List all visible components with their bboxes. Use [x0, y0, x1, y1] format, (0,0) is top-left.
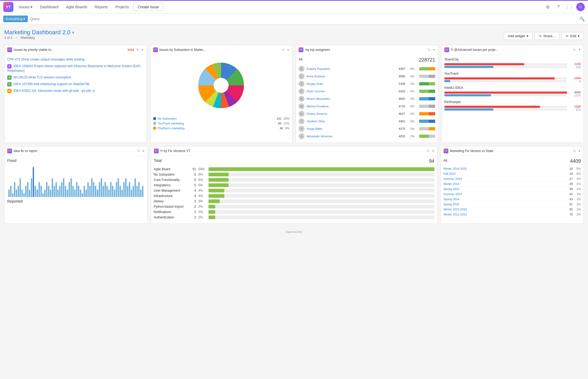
- widget-expand-button[interactable]: ▾: [287, 47, 289, 52]
- assignee-name[interactable]: Peter Gromov: [307, 90, 397, 93]
- list-item: TeamCity 1132 630: [444, 57, 581, 69]
- widget-refresh-button[interactable]: ↻: [573, 47, 576, 52]
- widget-header: YT Marketing Fix Version vs State ↻ ▾: [441, 146, 584, 156]
- assignee-name[interactable]: Marina Kovaleva: [307, 105, 397, 108]
- assignee-name[interactable]: Dmitry Jemerov: [307, 112, 397, 115]
- project-name: YouTrack: [444, 71, 581, 75]
- issue-link[interactable]: IDEA-156993 Project Name replaced with D…: [7, 64, 141, 73]
- notifications-icon[interactable]: ?: [555, 3, 562, 11]
- widget-header: YT my top assignees ↻ ▾: [296, 45, 438, 55]
- widget-expand-button[interactable]: ▾: [432, 149, 434, 153]
- version-name[interactable]: Summer 2014: [444, 192, 565, 196]
- nav-reports[interactable]: Reports: [91, 3, 111, 11]
- edit-button[interactable]: ✏ Edit ▾: [562, 32, 584, 40]
- nav-dashboard[interactable]: Dashboard: [37, 3, 62, 11]
- title-dropdown-icon[interactable]: ▾: [72, 30, 74, 35]
- version-percent: 1%: [573, 187, 581, 191]
- chart-bar: [127, 186, 128, 197]
- nav-issues[interactable]: Issues ▾: [16, 3, 36, 11]
- assignee-count: 4715: [399, 105, 408, 108]
- fix-version-count: 4: [191, 194, 196, 198]
- issue-link[interactable]: CPP-475 Show cmake output messages while…: [7, 58, 84, 61]
- version-name[interactable]: Winter 2014-2015: [444, 167, 565, 170]
- apps-icon[interactable]: ⋮⋮: [565, 3, 573, 11]
- version-name[interactable]: Winter 2014: [444, 182, 565, 185]
- issue-link[interactable]: WI-29129 Allow TLS session resumption: [13, 75, 71, 79]
- list-item: ReSharper 1325 676: [444, 100, 581, 111]
- assignee-name[interactable]: Serge Baltic: [307, 127, 397, 130]
- assignee-name[interactable]: Evgeny Pasynkov: [307, 67, 397, 70]
- widget-expand-button[interactable]: ▾: [142, 149, 145, 153]
- assignee-name[interactable]: Anna Kozlova: [307, 75, 397, 78]
- version-name[interactable]: Spring 2015: [444, 187, 565, 191]
- widget-expand-button[interactable]: ▾: [578, 47, 581, 52]
- widget-expand-button[interactable]: ▾: [433, 47, 435, 52]
- nav-agile-boards[interactable]: Agile Boards: [63, 3, 90, 11]
- chart-bar: [14, 182, 15, 197]
- version-name[interactable]: Summer 2016: [444, 177, 565, 180]
- widget-expand-button[interactable]: ▾: [141, 47, 144, 52]
- search-input[interactable]: [30, 17, 577, 21]
- assignee-name[interactable]: Alexander Anisimov: [307, 135, 397, 138]
- version-count: 70: [565, 213, 573, 216]
- issue-item: N IDEA-107390 Add refactoringi support o…: [7, 82, 144, 86]
- widget-refresh-button[interactable]: ↻: [136, 47, 140, 52]
- widget-body: All 228721 E Evgeny Pasynkov 9307 4% A A…: [296, 55, 438, 143]
- widget-expand-button[interactable]: ▾: [578, 149, 581, 153]
- legend-color-dot: [153, 122, 156, 125]
- project-bar-row: 1544 8: [444, 77, 581, 83]
- fix-version-percent: 5%: [198, 183, 206, 187]
- version-name[interactable]: Winter 2012-2013: [444, 213, 565, 216]
- list-item: Agile Board 51 54%: [154, 167, 434, 171]
- everything-filter-button[interactable]: Everything ▾: [3, 16, 28, 22]
- legend-label: No Subsystem: [158, 117, 277, 120]
- help-icon[interactable]: ⚙: [544, 3, 552, 11]
- assignee-name[interactable]: Vladimir Orlov: [307, 120, 397, 123]
- dashboard-header: Marketing Dashboard 2.0 ▾ 1 of 2 → Marke…: [4, 29, 584, 43]
- chart-bar: [36, 190, 38, 197]
- version-name[interactable]: Fall 2014: [444, 172, 565, 175]
- version-name[interactable]: Spring 2014: [444, 198, 565, 201]
- fix-vs-report-widget: YT idea fix vs report ↻ ▾ Fixed Reported: [4, 146, 148, 224]
- share-button[interactable]: ↪ Share...: [535, 32, 560, 40]
- add-widget-button[interactable]: Add widget ▾: [504, 32, 533, 40]
- chart-bar: [89, 186, 91, 197]
- legend-count: 141: [277, 117, 281, 120]
- fix-version-count: 4: [191, 189, 196, 192]
- widget-title: !!! by Fix Versions YT: [160, 149, 425, 153]
- create-issue-button[interactable]: Create Issue: [133, 3, 163, 11]
- project-bar-row: 1325 676: [444, 105, 581, 111]
- widget-refresh-button[interactable]: ↻: [281, 47, 285, 52]
- chart-bar: [16, 190, 17, 197]
- chart-bar: [10, 186, 12, 197]
- widget-refresh-button[interactable]: ↻: [573, 149, 576, 153]
- project-name: TeamCity: [444, 57, 581, 61]
- version-name[interactable]: Winter 2015-2016: [444, 208, 565, 211]
- fix-version-count: 5: [191, 173, 196, 176]
- fix-version-percent: 2%: [198, 205, 206, 209]
- issue-link[interactable]: IDEA-63201 Git: interactive mode with gi…: [13, 89, 95, 93]
- issue-link[interactable]: IDEA-107390 Add refactoringi support on …: [13, 82, 90, 86]
- project-count-blue: 630: [569, 66, 581, 69]
- widget-refresh-button[interactable]: ↻: [137, 149, 140, 153]
- widget-refresh-button[interactable]: ↻: [426, 149, 430, 153]
- fix-version-name: Integrations: [154, 183, 189, 187]
- app-logo[interactable]: YT: [3, 2, 13, 12]
- assignee-bar: [419, 135, 435, 138]
- chart-bar: [69, 182, 70, 197]
- edit-dropdown-icon: ▾: [578, 34, 580, 38]
- widget-refresh-button[interactable]: ↻: [427, 47, 431, 52]
- widget-body: CPP-475 Show cmake output messages while…: [5, 55, 147, 98]
- chart-bar: [101, 178, 102, 197]
- fix-version-bar: [209, 178, 434, 182]
- assignee-name[interactable]: Maxim Mossienko: [307, 97, 397, 100]
- avatar: D: [299, 111, 304, 117]
- user-avatar[interactable]: U: [576, 3, 585, 11]
- list-item: Winter 2012-2013 70 2%: [444, 212, 581, 217]
- version-name[interactable]: Spring 2016: [444, 203, 565, 206]
- widget-logo-icon: YT: [154, 149, 159, 153]
- chart-bar: [61, 182, 62, 197]
- chart-bar: [35, 186, 36, 197]
- nav-projects[interactable]: Projects: [112, 3, 132, 11]
- assignee-name[interactable]: Sergey Kuks: [307, 82, 397, 85]
